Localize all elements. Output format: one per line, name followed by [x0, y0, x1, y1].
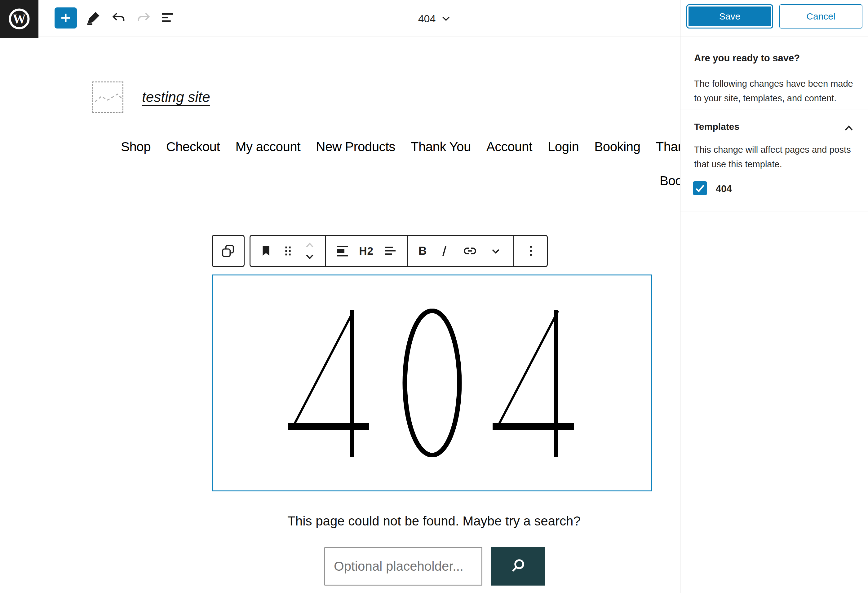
drag-handle-icon	[282, 244, 294, 258]
nav-item-shop[interactable]: Shop	[121, 140, 151, 154]
templates-collapse-button[interactable]	[842, 121, 856, 135]
select-parent-icon	[220, 243, 236, 259]
block-movers	[303, 238, 316, 263]
chevron-up-icon	[844, 125, 853, 132]
block-inserter-button[interactable]	[55, 7, 77, 28]
save-panel-description: The following changes have been made to …	[694, 77, 860, 106]
document-title-label: 404	[418, 13, 436, 25]
redo-icon	[136, 10, 152, 26]
text-align-button[interactable]	[382, 244, 397, 258]
nav-item-account[interactable]: Account	[486, 140, 532, 154]
save-panel-heading: Are you ready to save?	[694, 53, 800, 64]
block-switcher-button[interactable]	[259, 244, 273, 258]
heading-block-404[interactable]	[213, 275, 652, 491]
nav-item-my-account[interactable]: My account	[236, 140, 301, 154]
chevron-down-icon	[489, 244, 502, 258]
search-input[interactable]	[324, 547, 482, 586]
pencil-icon	[86, 10, 102, 26]
row-block-icon	[335, 244, 350, 258]
digit-4	[288, 310, 369, 457]
italic-icon	[437, 244, 451, 258]
toolbar-section-formatting: B	[407, 236, 513, 266]
document-title-dropdown[interactable]: 404	[418, 0, 450, 37]
chevron-down-icon	[303, 252, 316, 262]
wordpress-icon: W	[7, 7, 31, 31]
more-formatting-button[interactable]	[489, 244, 502, 258]
toolbar-section-block	[251, 236, 325, 266]
drag-handle[interactable]	[282, 244, 294, 258]
tools-button[interactable]	[84, 8, 103, 28]
save-button[interactable]: Save	[686, 4, 773, 28]
content-width-button[interactable]	[335, 244, 350, 258]
panel-divider	[681, 109, 868, 109]
templates-section-title: Templates	[694, 121, 740, 132]
logo-zigzag-icon	[93, 82, 123, 112]
plus-icon	[59, 12, 72, 24]
digit-4	[493, 310, 574, 457]
site-logo-placeholder[interactable]	[92, 81, 123, 113]
template-404-label: 404	[716, 183, 732, 194]
move-up-button[interactable]	[303, 238, 316, 251]
link-icon	[462, 244, 478, 258]
nav-item-booking[interactable]: Booking	[594, 140, 640, 154]
link-button[interactable]	[462, 244, 478, 258]
nav-item-new-products[interactable]: New Products	[316, 140, 395, 154]
cancel-button[interactable]: Cancel	[779, 4, 862, 28]
select-parent-block-button[interactable]	[212, 235, 245, 267]
search-icon	[508, 556, 528, 576]
wordpress-logo[interactable]: W	[0, 0, 38, 38]
undo-icon	[111, 10, 127, 26]
search-button[interactable]	[491, 547, 545, 586]
toolbar-section-options	[513, 236, 547, 266]
nav-item-login[interactable]: Login	[548, 140, 579, 154]
templates-section-description: This change will affect pages and posts …	[694, 143, 860, 172]
block-toolbar: H2 B	[249, 235, 548, 267]
digit-0	[405, 311, 459, 455]
bookmark-icon	[259, 244, 273, 258]
italic-button[interactable]	[437, 244, 451, 258]
align-text-icon	[382, 244, 397, 258]
svg-text:W: W	[13, 12, 26, 26]
nav-item-thank-you[interactable]: Thank You	[411, 140, 471, 154]
move-down-button[interactable]	[303, 251, 316, 263]
redo-button[interactable]	[134, 8, 154, 28]
chevron-up-icon	[303, 240, 316, 250]
bold-label: B	[418, 244, 427, 258]
panel-divider	[681, 212, 868, 212]
bold-button[interactable]: B	[418, 244, 427, 258]
site-title-link[interactable]: testing site	[142, 88, 210, 105]
heading-level-label: H2	[359, 245, 373, 257]
block-options-button[interactable]	[524, 244, 537, 258]
heading-level-button[interactable]: H2	[359, 245, 373, 257]
list-view-button[interactable]	[158, 8, 178, 28]
undo-button[interactable]	[109, 8, 128, 28]
save-panel-header: Save Cancel	[681, 0, 868, 37]
kebab-menu-icon	[524, 244, 537, 258]
chevron-down-icon	[442, 16, 450, 21]
navigation-row-1: Shop Checkout My account New Products Th…	[121, 140, 716, 154]
save-panel: Save Cancel Are you ready to save? The f…	[680, 0, 868, 593]
nav-item-checkout[interactable]: Checkout	[166, 140, 220, 154]
big-404-text	[288, 309, 576, 457]
checkmark-icon	[694, 182, 707, 194]
list-view-icon	[160, 10, 176, 26]
toolbar-section-heading: H2	[325, 236, 407, 266]
template-404-checkbox[interactable]	[693, 181, 707, 195]
